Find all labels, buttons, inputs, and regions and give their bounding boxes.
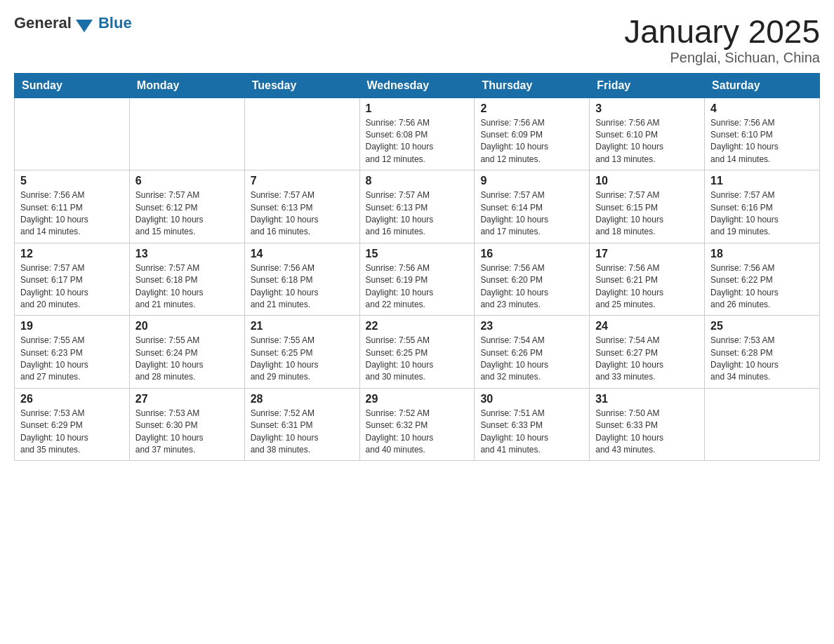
day-number: 26 [20, 393, 124, 405]
cell-w2-d2: 6Sunrise: 7:57 AM Sunset: 6:12 PM Daylig… [129, 170, 244, 243]
day-number: 29 [366, 393, 469, 405]
cell-w5-d4: 29Sunrise: 7:52 AM Sunset: 6:32 PM Dayli… [359, 388, 475, 461]
week-row-4: 19Sunrise: 7:55 AM Sunset: 6:23 PM Dayli… [15, 316, 820, 389]
cell-w3-d2: 13Sunrise: 7:57 AM Sunset: 6:18 PM Dayli… [129, 243, 244, 316]
day-number: 19 [20, 320, 124, 333]
cell-w4-d3: 21Sunrise: 7:55 AM Sunset: 6:25 PM Dayli… [244, 316, 359, 389]
day-number: 16 [480, 248, 583, 260]
day-number: 31 [595, 393, 699, 405]
header-row: Sunday Monday Tuesday Wednesday Thursday… [15, 73, 820, 98]
day-info: Sunrise: 7:57 AM Sunset: 6:17 PM Dayligh… [20, 262, 124, 311]
cell-w2-d1: 5Sunrise: 7:56 AM Sunset: 6:11 PM Daylig… [15, 170, 130, 243]
day-number: 14 [251, 248, 354, 260]
cell-w1-d2 [129, 98, 244, 170]
calendar-subtitle: Penglai, Sichuan, China [624, 50, 820, 66]
day-info: Sunrise: 7:55 AM Sunset: 6:25 PM Dayligh… [251, 335, 354, 384]
cell-w1-d5: 2Sunrise: 7:56 AM Sunset: 6:09 PM Daylig… [475, 98, 590, 170]
day-info: Sunrise: 7:52 AM Sunset: 6:32 PM Dayligh… [366, 408, 469, 457]
week-row-3: 12Sunrise: 7:57 AM Sunset: 6:17 PM Dayli… [15, 243, 820, 316]
cell-w2-d5: 9Sunrise: 7:57 AM Sunset: 6:14 PM Daylig… [475, 170, 590, 243]
day-number: 18 [710, 248, 814, 260]
cell-w2-d3: 7Sunrise: 7:57 AM Sunset: 6:13 PM Daylig… [244, 170, 359, 243]
day-info: Sunrise: 7:52 AM Sunset: 6:31 PM Dayligh… [251, 408, 354, 457]
day-info: Sunrise: 7:57 AM Sunset: 6:14 PM Dayligh… [480, 189, 583, 239]
col-monday: Monday [129, 73, 244, 98]
day-info: Sunrise: 7:57 AM Sunset: 6:16 PM Dayligh… [710, 189, 814, 239]
day-info: Sunrise: 7:51 AM Sunset: 6:33 PM Dayligh… [480, 408, 583, 457]
week-row-5: 26Sunrise: 7:53 AM Sunset: 6:29 PM Dayli… [15, 388, 820, 461]
logo-icon [76, 20, 93, 32]
page-header: General Blue January 2025 Penglai, Sichu… [14, 14, 820, 66]
day-number: 2 [480, 102, 583, 115]
cell-w5-d7 [705, 388, 820, 461]
cell-w2-d7: 11Sunrise: 7:57 AM Sunset: 6:16 PM Dayli… [705, 170, 820, 243]
col-tuesday: Tuesday [244, 73, 359, 98]
day-number: 21 [251, 320, 354, 333]
day-info: Sunrise: 7:50 AM Sunset: 6:33 PM Dayligh… [595, 408, 699, 457]
day-info: Sunrise: 7:56 AM Sunset: 6:11 PM Dayligh… [20, 189, 124, 239]
day-info: Sunrise: 7:56 AM Sunset: 6:10 PM Dayligh… [595, 117, 699, 166]
col-friday: Friday [590, 73, 705, 98]
cell-w4-d4: 22Sunrise: 7:55 AM Sunset: 6:25 PM Dayli… [359, 316, 475, 389]
day-number: 9 [480, 175, 583, 187]
day-number: 25 [710, 320, 814, 333]
day-number: 7 [251, 175, 354, 187]
cell-w4-d7: 25Sunrise: 7:53 AM Sunset: 6:28 PM Dayli… [705, 316, 820, 389]
day-number: 12 [20, 248, 124, 260]
day-number: 1 [366, 102, 469, 115]
day-number: 20 [135, 320, 239, 333]
cell-w3-d6: 17Sunrise: 7:56 AM Sunset: 6:21 PM Dayli… [590, 243, 705, 316]
day-info: Sunrise: 7:56 AM Sunset: 6:09 PM Dayligh… [480, 117, 583, 166]
cell-w5-d1: 26Sunrise: 7:53 AM Sunset: 6:29 PM Dayli… [15, 388, 130, 461]
day-info: Sunrise: 7:56 AM Sunset: 6:18 PM Dayligh… [251, 262, 354, 311]
day-info: Sunrise: 7:56 AM Sunset: 6:20 PM Dayligh… [480, 262, 583, 311]
cell-w1-d6: 3Sunrise: 7:56 AM Sunset: 6:10 PM Daylig… [590, 98, 705, 170]
cell-w3-d7: 18Sunrise: 7:56 AM Sunset: 6:22 PM Dayli… [705, 243, 820, 316]
calendar-table: Sunday Monday Tuesday Wednesday Thursday… [14, 73, 820, 462]
day-number: 13 [135, 248, 239, 260]
day-number: 15 [366, 248, 469, 260]
col-saturday: Saturday [705, 73, 820, 98]
day-info: Sunrise: 7:57 AM Sunset: 6:18 PM Dayligh… [135, 262, 239, 311]
logo: General Blue [14, 14, 132, 32]
day-info: Sunrise: 7:56 AM Sunset: 6:10 PM Dayligh… [710, 117, 814, 166]
cell-w4-d6: 24Sunrise: 7:54 AM Sunset: 6:27 PM Dayli… [590, 316, 705, 389]
day-info: Sunrise: 7:55 AM Sunset: 6:25 PM Dayligh… [366, 335, 469, 384]
day-number: 27 [135, 393, 239, 405]
day-info: Sunrise: 7:53 AM Sunset: 6:28 PM Dayligh… [710, 335, 814, 384]
logo-general: General [14, 14, 72, 32]
day-info: Sunrise: 7:56 AM Sunset: 6:19 PM Dayligh… [366, 262, 469, 311]
cell-w1-d7: 4Sunrise: 7:56 AM Sunset: 6:10 PM Daylig… [705, 98, 820, 170]
day-number: 17 [595, 248, 699, 260]
cell-w5-d3: 28Sunrise: 7:52 AM Sunset: 6:31 PM Dayli… [244, 388, 359, 461]
day-info: Sunrise: 7:55 AM Sunset: 6:24 PM Dayligh… [135, 335, 239, 384]
week-row-2: 5Sunrise: 7:56 AM Sunset: 6:11 PM Daylig… [15, 170, 820, 243]
cell-w3-d3: 14Sunrise: 7:56 AM Sunset: 6:18 PM Dayli… [244, 243, 359, 316]
col-thursday: Thursday [475, 73, 590, 98]
day-number: 10 [595, 175, 699, 187]
day-info: Sunrise: 7:53 AM Sunset: 6:30 PM Dayligh… [135, 408, 239, 457]
calendar-title: January 2025 [624, 14, 820, 50]
logo-blue: Blue [98, 14, 132, 32]
day-number: 23 [480, 320, 583, 333]
day-info: Sunrise: 7:56 AM Sunset: 6:21 PM Dayligh… [595, 262, 699, 311]
day-info: Sunrise: 7:56 AM Sunset: 6:08 PM Dayligh… [366, 117, 469, 166]
day-number: 30 [480, 393, 583, 405]
day-number: 3 [595, 102, 699, 115]
cell-w5-d2: 27Sunrise: 7:53 AM Sunset: 6:30 PM Dayli… [129, 388, 244, 461]
cell-w5-d5: 30Sunrise: 7:51 AM Sunset: 6:33 PM Dayli… [475, 388, 590, 461]
day-info: Sunrise: 7:57 AM Sunset: 6:15 PM Dayligh… [595, 189, 699, 239]
day-number: 24 [595, 320, 699, 333]
week-row-1: 1Sunrise: 7:56 AM Sunset: 6:08 PM Daylig… [15, 98, 820, 170]
cell-w2-d4: 8Sunrise: 7:57 AM Sunset: 6:13 PM Daylig… [359, 170, 475, 243]
cell-w4-d1: 19Sunrise: 7:55 AM Sunset: 6:23 PM Dayli… [15, 316, 130, 389]
day-info: Sunrise: 7:54 AM Sunset: 6:27 PM Dayligh… [595, 335, 699, 384]
day-info: Sunrise: 7:54 AM Sunset: 6:26 PM Dayligh… [480, 335, 583, 384]
title-section: January 2025 Penglai, Sichuan, China [624, 14, 820, 66]
day-number: 8 [366, 175, 469, 187]
cell-w4-d2: 20Sunrise: 7:55 AM Sunset: 6:24 PM Dayli… [129, 316, 244, 389]
day-number: 11 [710, 175, 814, 187]
cell-w3-d4: 15Sunrise: 7:56 AM Sunset: 6:19 PM Dayli… [359, 243, 475, 316]
col-sunday: Sunday [15, 73, 130, 98]
day-number: 5 [20, 175, 124, 187]
